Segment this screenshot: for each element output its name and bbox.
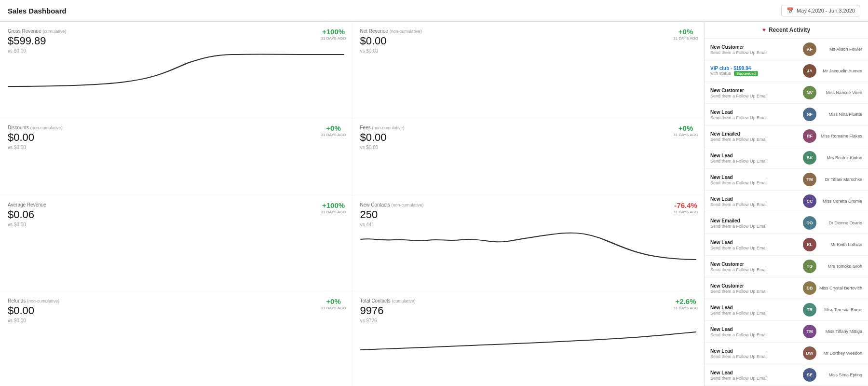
activity-name: Miss Nancee Viren xyxy=(819,90,862,95)
activity-name: Ms Alison Fowler xyxy=(819,47,862,52)
metric-card-new-contacts: -76.4% 31 DAYS AGO New Contacts (non-cum… xyxy=(353,195,705,291)
activity-name: Miss Sima Epting xyxy=(819,372,862,377)
metric-card-refunds: +0% 31 DAYS AGO Refunds (non-cumulative)… xyxy=(0,291,352,386)
activity-action: Send them a Follow Up Email xyxy=(710,246,799,250)
avatar: AF xyxy=(803,42,816,56)
metric-label-fees: Fees (non-cumulative) xyxy=(360,125,697,130)
metric-vs-refunds: vs $0.00 xyxy=(8,318,344,323)
metric-card-fees: +0% 31 DAYS AGO Fees (non-cumulative) $0… xyxy=(353,118,705,195)
metric-value-average-revenue: $0.06 xyxy=(8,208,344,221)
activity-item[interactable]: VIP club - $199.94 with status Succeeded… xyxy=(705,60,868,82)
metric-badge-refunds: +0% 31 DAYS AGO xyxy=(321,297,346,310)
activity-name: Dr Tiffani Marschke xyxy=(819,177,862,182)
activity-action: Send them a Follow Up Email xyxy=(710,94,799,98)
activity-item[interactable]: New Lead Send them a Follow Up Email KL … xyxy=(705,234,868,256)
recent-activity-title: Recent Activity xyxy=(769,27,810,33)
badge-pct: +2.6% xyxy=(676,297,696,305)
activity-action: Send them a Follow Up Email xyxy=(710,354,799,359)
activity-text-10: New Customer Send them a Follow Up Email xyxy=(710,261,799,272)
metric-label-net-revenue: Net Revenue (non-cumulative) xyxy=(360,28,697,34)
activity-action: Send them a Follow Up Email xyxy=(710,311,799,316)
activity-item[interactable]: New Lead Send them a Follow Up Email TM … xyxy=(705,321,868,343)
activity-item[interactable]: New Emailed Send them a Follow Up Email … xyxy=(705,212,868,234)
activity-item[interactable]: New Emailed Send them a Follow Up Email … xyxy=(705,125,868,147)
activity-text-13: New Lead Send them a Follow Up Email xyxy=(710,326,799,337)
activity-item[interactable]: New Customer Send them a Follow Up Email… xyxy=(705,256,868,277)
activity-action: Send them a Follow Up Email xyxy=(710,50,799,55)
calendar-icon: 📅 xyxy=(787,7,794,14)
badge-days: 31 DAYS AGO xyxy=(321,210,346,214)
avatar: TR xyxy=(803,303,816,317)
metric-vs-discounts: vs $0.00 xyxy=(8,145,344,150)
badge-days: 31 DAYS AGO xyxy=(673,133,698,137)
metric-label-average-revenue: Average Revenue xyxy=(8,202,344,207)
activity-status: Succeeded xyxy=(734,71,758,76)
activity-text-12: New Lead Send them a Follow Up Email xyxy=(710,304,799,316)
badge-days: 31 DAYS AGO xyxy=(321,133,346,137)
metric-value-refunds: $0.00 xyxy=(8,304,344,317)
date-range-picker[interactable]: 📅 May,4,2020 - Jun,3,2020 xyxy=(781,5,860,16)
badge-days: 31 DAYS AGO xyxy=(321,36,346,41)
avatar: JA xyxy=(803,64,816,78)
metric-value-new-contacts: 250 xyxy=(360,208,697,221)
metric-badge-new-contacts: -76.4% 31 DAYS AGO xyxy=(673,201,698,214)
metric-value-discounts: $0.00 xyxy=(8,131,344,144)
badge-pct: +0% xyxy=(326,124,340,132)
metric-label-refunds: Refunds (non-cumulative) xyxy=(8,298,344,303)
activity-action: Send them a Follow Up Email xyxy=(710,159,799,164)
activity-action: Send them a Follow Up Email xyxy=(710,224,799,229)
metric-badge-net-revenue: +0% 31 DAYS AGO xyxy=(673,28,698,41)
metric-card-net-revenue: +0% 31 DAYS AGO Net Revenue (non-cumulat… xyxy=(353,22,705,118)
activity-type: New Customer xyxy=(710,44,799,50)
avatar: CC xyxy=(803,194,816,208)
activity-name: Mrs Tomoko Groh xyxy=(819,264,862,269)
activity-type: New Lead xyxy=(710,370,799,376)
activity-text-9: New Lead Send them a Follow Up Email xyxy=(710,239,799,250)
activity-item[interactable]: New Customer Send them a Follow Up Email… xyxy=(705,82,868,104)
activity-name: Miss Romaine Flakes xyxy=(819,134,862,138)
activity-type: New Customer xyxy=(710,87,799,94)
activity-type: New Lead xyxy=(710,326,799,332)
metric-value-gross-revenue: $599.89 xyxy=(8,35,344,47)
badge-pct: +100% xyxy=(322,201,345,209)
avatar: NF xyxy=(803,108,816,121)
activity-name: Dr Dionne Osario xyxy=(819,221,862,225)
activity-item[interactable]: New Lead Send them a Follow Up Email NF … xyxy=(705,104,868,125)
activity-item[interactable]: New Lead Send them a Follow Up Email BK … xyxy=(705,147,868,169)
activity-action: Send them a Follow Up Email xyxy=(710,289,799,294)
activity-item[interactable]: New Lead Send them a Follow Up Email CC … xyxy=(705,191,868,212)
sparkline-gross-revenue xyxy=(8,54,344,114)
metric-vs-fees: vs $0.00 xyxy=(360,145,697,150)
activity-name: Miss Coretta Cromie xyxy=(819,199,862,204)
badge-days: 31 DAYS AGO xyxy=(321,306,346,310)
activity-text-1: VIP club - $199.94 with status Succeeded xyxy=(710,66,799,76)
activity-type: New Lead xyxy=(710,109,799,115)
metrics-grid: +100% 31 DAYS AGO Gross Revenue (cumulat… xyxy=(0,22,704,386)
activity-text-14: New Lead Send them a Follow Up Email xyxy=(710,348,799,359)
activity-text-5: New Lead Send them a Follow Up Email xyxy=(710,152,799,164)
activity-item[interactable]: New Lead Send them a Follow Up Email TR … xyxy=(705,299,868,321)
metric-card-discounts: +0% 31 DAYS AGO Discounts (non-cumulativ… xyxy=(0,118,352,195)
recent-activity-header: ♥ Recent Activity xyxy=(705,22,868,39)
avatar: SE xyxy=(803,368,816,382)
metric-value-total-contacts: 9976 xyxy=(360,304,697,317)
badge-pct: -76.4% xyxy=(674,201,697,209)
badge-days: 31 DAYS AGO xyxy=(673,210,698,214)
activity-item[interactable]: New Lead Send them a Follow Up Email DW … xyxy=(705,343,868,364)
activity-name: Miss Tiffany Mittiga xyxy=(819,329,862,334)
metric-value-net-revenue: $0.00 xyxy=(360,35,697,47)
activity-action: Send them a Follow Up Email xyxy=(710,180,799,185)
recent-activity-panel: ♥ Recent Activity New Customer Send them… xyxy=(704,22,868,386)
metric-badge-fees: +0% 31 DAYS AGO xyxy=(673,124,698,137)
activity-name: Miss Crystal Bertovich xyxy=(819,286,862,290)
activity-item[interactable]: New Customer Send them a Follow Up Email… xyxy=(705,39,868,60)
date-range-label: May,4,2020 - Jun,3,2020 xyxy=(797,8,855,14)
activity-text-11: New Customer Send them a Follow Up Email xyxy=(710,283,799,294)
badge-days: 31 DAYS AGO xyxy=(673,306,698,310)
activity-list: New Customer Send them a Follow Up Email… xyxy=(705,39,868,386)
activity-item[interactable]: New Customer Send them a Follow Up Email… xyxy=(705,277,868,299)
activity-item[interactable]: New Lead Send them a Follow Up Email TM … xyxy=(705,169,868,191)
activity-item[interactable]: New Lead Send them a Follow Up Email SE … xyxy=(705,364,868,386)
activity-name: Mr Keith Lothian xyxy=(819,242,862,247)
metric-badge-average-revenue: +100% 31 DAYS AGO xyxy=(321,201,346,214)
